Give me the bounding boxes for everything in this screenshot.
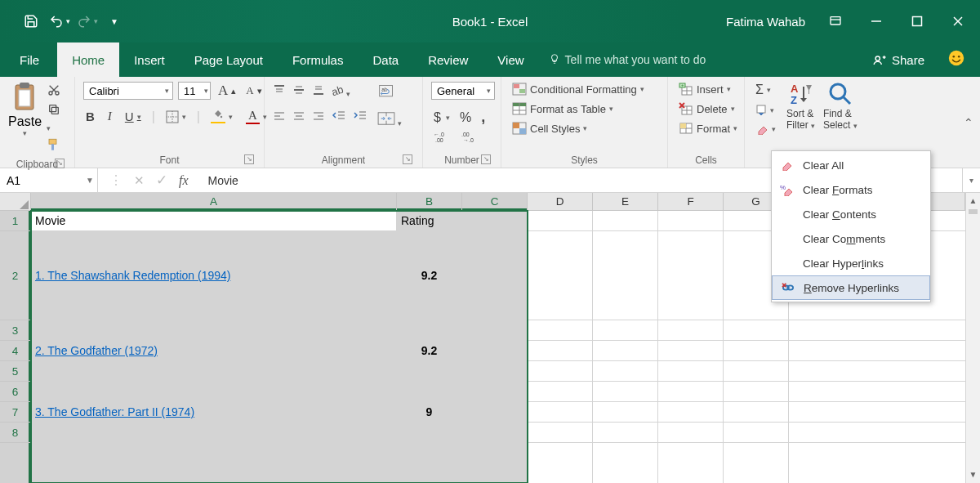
font-name-combo[interactable]: Calibri▾ — [83, 82, 173, 100]
paste-button[interactable]: Paste ▾ — [8, 82, 42, 137]
menu-remove-hyperlinks[interactable]: Remove Hyperlinks — [772, 275, 930, 300]
accept-formula-icon[interactable]: ✓ — [156, 172, 167, 189]
orientation-icon[interactable]: ab▾ — [332, 83, 350, 100]
col-header-d[interactable]: D — [528, 193, 593, 210]
smiley-icon[interactable] — [947, 49, 965, 70]
format-painter-icon[interactable] — [47, 137, 66, 155]
decrease-indent-icon[interactable] — [332, 110, 346, 124]
menu-clear-formats[interactable]: % Clear Formats — [772, 177, 930, 202]
decrease-decimal-icon[interactable]: .00→.0 — [459, 130, 479, 143]
cell-a2[interactable]: 1. The Shawshank Redemption (1994) — [31, 231, 397, 320]
cell-a3[interactable] — [31, 320, 397, 340]
cell-a7[interactable]: 3. The Godfather: Part II (1974) — [31, 402, 397, 422]
cell-a4[interactable]: 2. The Godfather (1972) — [31, 341, 397, 360]
minimize-icon[interactable] — [866, 11, 887, 32]
tab-insert[interactable]: Insert — [119, 42, 180, 77]
cancel-formula-icon[interactable]: ✕ — [134, 173, 145, 188]
increase-decimal-icon[interactable]: ←.0.00 — [431, 130, 451, 143]
number-launcher-icon[interactable]: ↘ — [481, 154, 491, 164]
align-bottom-icon[interactable] — [312, 84, 325, 99]
italic-button[interactable]: I — [105, 109, 114, 124]
find-select-button[interactable]: Find &Select ▾ — [823, 82, 858, 131]
align-top-icon[interactable] — [273, 84, 286, 99]
col-header-b[interactable]: B — [397, 193, 462, 210]
tab-file[interactable]: File — [0, 42, 57, 77]
bold-button[interactable]: B — [83, 109, 97, 124]
tab-formulas[interactable]: Formulas — [278, 42, 359, 77]
number-format-combo[interactable]: General▾ — [431, 82, 495, 100]
row-header-3[interactable]: 3 — [0, 320, 30, 341]
col-header-a[interactable]: A — [31, 193, 397, 210]
collapse-ribbon-icon[interactable]: ⌃ — [960, 78, 977, 167]
borders-icon[interactable]: ▾ — [163, 110, 189, 124]
tab-review[interactable]: Review — [413, 42, 483, 77]
col-header-c[interactable]: C — [462, 193, 528, 210]
comma-button[interactable]: , — [479, 108, 488, 127]
align-left-icon[interactable] — [273, 110, 286, 124]
cell-styles-button[interactable]: Cell Styles ▾ — [510, 121, 590, 136]
cell-b1[interactable]: Rating — [397, 211, 462, 230]
fill-button[interactable]: ▾ — [753, 104, 778, 117]
menu-clear-comments[interactable]: Clear Comments — [772, 226, 930, 251]
row-header-5[interactable]: 5 — [0, 361, 30, 382]
menu-clear-all[interactable]: Clear All — [772, 153, 930, 177]
autosum-button[interactable]: Σ ▾ — [753, 82, 778, 98]
maximize-icon[interactable] — [906, 11, 928, 32]
insert-cells-button[interactable]: + Insert ▾ — [676, 82, 733, 96]
increase-indent-icon[interactable] — [353, 110, 368, 124]
underline-button[interactable]: U ▾ — [122, 109, 144, 124]
delete-cells-button[interactable]: Delete ▾ — [676, 101, 737, 116]
cell-c2[interactable] — [462, 231, 528, 320]
menu-clear-hyperlinks[interactable]: Clear Hyperlinks — [772, 251, 930, 275]
decrease-font-icon[interactable]: A▾ — [243, 83, 264, 98]
conditional-formatting-button[interactable]: Conditional Formatting ▾ — [510, 82, 647, 96]
save-icon[interactable] — [20, 10, 42, 33]
close-icon[interactable] — [947, 11, 969, 32]
cell-b3[interactable] — [397, 320, 462, 340]
cell-e1[interactable] — [593, 211, 658, 230]
merge-center-icon[interactable]: ▾ — [377, 111, 402, 129]
clipboard-launcher-icon[interactable]: ↘ — [55, 159, 65, 168]
row-header-6[interactable]: 6 — [0, 382, 30, 402]
cell-a1[interactable]: Movie — [31, 211, 397, 230]
tab-view[interactable]: View — [483, 42, 538, 77]
wrap-text-icon[interactable]: ab — [377, 83, 402, 103]
row-header-4[interactable]: 4 — [0, 341, 30, 361]
font-size-combo[interactable]: 11▾ — [178, 82, 211, 100]
clear-button[interactable]: ▾ — [753, 123, 778, 136]
tab-data[interactable]: Data — [358, 42, 413, 77]
row-header-7[interactable]: 7 — [0, 402, 30, 423]
share-button[interactable]: Share — [872, 52, 924, 67]
copy-icon[interactable]: ▾ — [47, 103, 66, 134]
menu-clear-contents[interactable]: Clear Contents — [772, 202, 930, 226]
align-right-icon[interactable] — [312, 110, 325, 124]
name-box-dropdown-icon[interactable]: ▼ — [86, 176, 94, 185]
col-header-e[interactable]: E — [593, 193, 658, 210]
cut-icon[interactable] — [47, 83, 66, 100]
cell-f1[interactable] — [658, 211, 724, 230]
user-name[interactable]: Fatima Wahab — [726, 15, 805, 29]
tell-me[interactable]: Tell me what you want to do — [549, 53, 706, 67]
expand-formula-bar-icon[interactable]: ▾ — [962, 168, 980, 192]
cell-b7[interactable]: 9 — [397, 402, 462, 422]
alignment-launcher-icon[interactable]: ↘ — [403, 154, 412, 164]
row-header-9[interactable] — [0, 443, 30, 483]
sort-filter-button[interactable]: AZ Sort &Filter ▾ — [786, 82, 815, 131]
cell-b4[interactable]: 9.2 — [397, 341, 462, 360]
undo-icon[interactable]: ▾ — [47, 10, 70, 33]
increase-font-icon[interactable]: A▴ — [216, 82, 238, 100]
scroll-up-icon[interactable]: ▲ — [966, 193, 980, 209]
redo-icon[interactable]: ▾ — [75, 10, 98, 33]
qat-customize-icon[interactable]: ▼ — [103, 10, 126, 33]
row-header-8[interactable]: 8 — [0, 423, 30, 443]
accounting-format-button[interactable]: $▾ — [431, 110, 452, 126]
percent-button[interactable]: % — [457, 110, 474, 126]
scroll-down-icon[interactable]: ▼ — [966, 467, 980, 483]
align-center-icon[interactable] — [292, 110, 305, 124]
row-header-1[interactable]: 1 — [0, 211, 30, 231]
format-as-table-button[interactable]: Format as Table ▾ — [510, 101, 616, 116]
font-launcher-icon[interactable]: ↘ — [244, 154, 254, 164]
scroll-split-icon[interactable] — [969, 209, 978, 214]
fx-icon[interactable]: fx — [179, 173, 189, 188]
name-box[interactable]: A1 ▼ — [0, 168, 98, 192]
